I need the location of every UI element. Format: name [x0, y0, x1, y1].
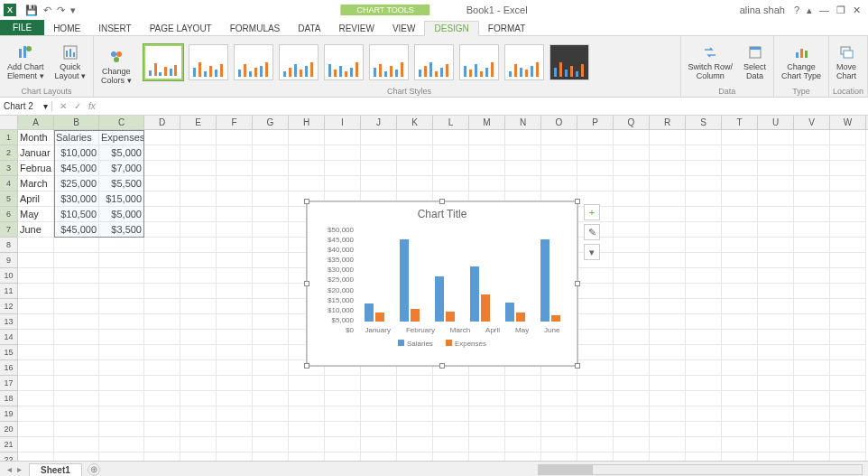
row-header[interactable]: 20 [0, 422, 18, 437]
cell[interactable] [505, 437, 541, 453]
cell[interactable] [325, 406, 361, 422]
column-header[interactable]: K [397, 116, 433, 129]
worksheet-grid[interactable]: ABCDEFGHIJKLMNOPQRSTUVW 1MonthSalariesEx… [0, 116, 868, 461]
cell[interactable] [217, 406, 253, 422]
cell[interactable] [217, 161, 253, 176]
cell[interactable] [758, 314, 794, 330]
cell[interactable] [253, 268, 289, 284]
cell[interactable] [722, 268, 758, 284]
cell[interactable] [217, 360, 253, 376]
cell[interactable] [686, 284, 722, 299]
tab-view[interactable]: VIEW [383, 22, 425, 35]
chart-bar[interactable] [540, 239, 549, 322]
cell[interactable] [722, 161, 758, 176]
chart-title[interactable]: Chart Title [308, 202, 577, 226]
cell[interactable] [686, 176, 722, 191]
row-header[interactable]: 18 [0, 391, 18, 406]
cell[interactable] [99, 422, 144, 437]
row-header[interactable]: 12 [0, 299, 18, 314]
chart-bar[interactable] [481, 294, 490, 322]
cell[interactable] [722, 207, 758, 222]
cell[interactable] [686, 130, 722, 145]
cell[interactable] [217, 330, 253, 345]
cell[interactable] [180, 345, 217, 360]
tab-home[interactable]: HOME [44, 22, 89, 35]
change-chart-type-button[interactable]: Change Chart Type [778, 42, 825, 82]
cell[interactable] [686, 145, 722, 161]
cell[interactable] [686, 314, 722, 330]
cell[interactable] [614, 360, 650, 376]
cell[interactable] [614, 453, 650, 461]
cell[interactable] [180, 284, 217, 299]
cell[interactable] [469, 376, 505, 391]
cell[interactable] [180, 376, 217, 391]
cell[interactable] [253, 207, 289, 222]
cell[interactable] [361, 161, 397, 176]
resize-handle[interactable] [575, 363, 580, 369]
cell[interactable] [397, 130, 433, 145]
cell[interactable] [758, 360, 794, 376]
switch-row-column-button[interactable]: Switch Row/ Column [685, 42, 737, 82]
move-chart-button[interactable]: Move Chart [833, 42, 860, 82]
chart-bar[interactable] [411, 309, 420, 322]
cell[interactable] [505, 161, 541, 176]
cell[interactable] [361, 406, 397, 422]
cell[interactable] [650, 453, 686, 461]
cell[interactable] [253, 145, 289, 161]
cell[interactable] [650, 406, 686, 422]
tab-format[interactable]: FORMAT [479, 22, 534, 35]
cell[interactable] [541, 161, 577, 176]
row-header[interactable]: 2 [0, 145, 18, 161]
cell[interactable] [144, 345, 180, 360]
cell[interactable] [253, 176, 289, 191]
cell[interactable] [361, 453, 397, 461]
row-header[interactable]: 16 [0, 360, 18, 376]
row-header[interactable]: 4 [0, 176, 18, 191]
cell[interactable] [577, 145, 614, 161]
cell[interactable] [758, 207, 794, 222]
cell[interactable] [180, 145, 217, 161]
sheet-tab[interactable]: Sheet1 [29, 463, 82, 476]
cell[interactable] [99, 314, 144, 330]
column-header[interactable]: U [758, 116, 794, 129]
cell[interactable] [144, 191, 180, 207]
cell[interactable] [758, 406, 794, 422]
cell[interactable]: Month [18, 130, 54, 145]
row-header[interactable]: 19 [0, 406, 18, 422]
cell[interactable] [577, 130, 614, 145]
cell[interactable] [99, 268, 144, 284]
undo-icon[interactable]: ↶ [43, 5, 51, 16]
cell[interactable] [722, 299, 758, 314]
change-colors-button[interactable]: Change Colors ▾ [97, 47, 135, 87]
fx-icon[interactable]: fx [88, 101, 96, 111]
cell[interactable] [577, 345, 614, 360]
cell[interactable] [686, 345, 722, 360]
chart-bar-group[interactable] [505, 303, 525, 322]
chart-style-option[interactable] [459, 44, 499, 80]
chart-plot-area[interactable]: $50,000$45,000$40,000$35,000$30,000$25,0… [357, 226, 568, 334]
column-header[interactable]: E [180, 116, 217, 129]
resize-handle[interactable] [575, 281, 580, 286]
cell[interactable] [18, 330, 54, 345]
cell[interactable] [144, 299, 180, 314]
cell[interactable] [180, 360, 217, 376]
cell[interactable] [253, 161, 289, 176]
cell[interactable] [650, 330, 686, 345]
cell[interactable] [469, 406, 505, 422]
cell[interactable]: Expenses [99, 130, 144, 145]
cell[interactable] [253, 422, 289, 437]
minimize-icon[interactable]: — [819, 5, 829, 16]
cell[interactable] [144, 268, 180, 284]
cell[interactable] [722, 238, 758, 253]
row-header[interactable]: 22 [0, 453, 18, 461]
column-header[interactable]: R [650, 116, 686, 129]
chart-bar-group[interactable] [470, 266, 490, 322]
cell[interactable] [144, 314, 180, 330]
cell[interactable] [686, 360, 722, 376]
cell[interactable] [577, 376, 614, 391]
cell[interactable] [325, 161, 361, 176]
cell[interactable] [325, 145, 361, 161]
cell[interactable] [505, 453, 541, 461]
cell[interactable] [614, 253, 650, 268]
cell[interactable] [830, 391, 866, 406]
